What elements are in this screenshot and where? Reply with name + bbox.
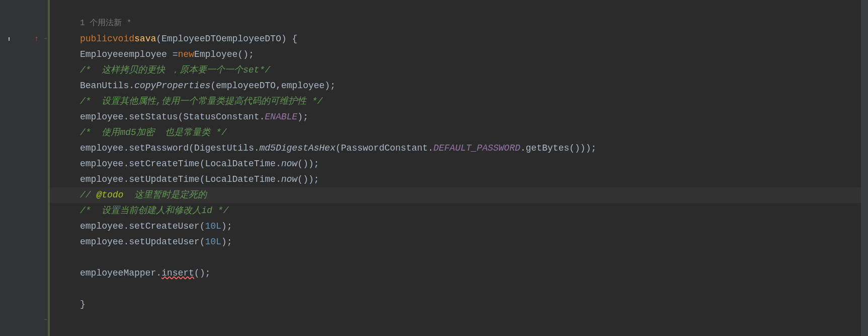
gutter-line — [0, 109, 48, 125]
obj-ref: employee — [80, 219, 123, 234]
usage-hint[interactable]: 1 个用法 — [80, 16, 114, 31]
dot: . — [129, 78, 134, 94]
stmt-end: (); — [194, 265, 210, 281]
var-type: Employee — [80, 47, 123, 62]
code-line[interactable]: /* 这样拷贝的更快 ，原本要一个一个set*/ — [50, 62, 861, 78]
gutter-line — [0, 141, 48, 156]
method-call: .setPassword( — [123, 141, 194, 156]
code-line[interactable]: /* 使用md5加密 也是常量类 */ — [50, 125, 861, 141]
code-line[interactable]: /* 设置其他属性,使用一个常量类提高代码的可维护性 */ — [50, 94, 861, 109]
constant-ref: ENABLE — [265, 109, 297, 125]
method-call: .setCreateUser( — [123, 219, 205, 234]
code-line[interactable]: employee.setUpdateTime(LocalDateTime.now… — [50, 172, 861, 187]
obj-ref: employee — [80, 156, 123, 172]
gutter-line — [0, 250, 48, 265]
class-ref: DigestUtils — [194, 141, 254, 156]
gutter-line — [0, 265, 48, 281]
stmt-end: ); — [221, 219, 232, 234]
dot: . — [276, 156, 281, 172]
gutter-line — [0, 297, 48, 312]
constant-ref: DEFAULT_PASSWORD — [433, 141, 520, 156]
fold-marker-icon[interactable]: − — [44, 31, 860, 47]
class-ref: LocalDateTime — [205, 172, 275, 187]
gutter-line — [0, 156, 48, 172]
class-ref: StatusConstant — [183, 109, 259, 125]
code-editor: ↑ 1 个用法 新 * public void sava(EmployeeDTO… — [0, 0, 868, 336]
static-method: copyProperties — [134, 78, 210, 94]
code-line[interactable]: employee.setStatus(StatusConstant.ENABLE… — [50, 109, 861, 125]
number-literal: 10L — [205, 234, 221, 250]
code-line[interactable]: employee.setCreateUser(10L); — [50, 219, 861, 234]
code-line[interactable] — [50, 250, 861, 265]
obj-ref: employee — [80, 109, 123, 125]
static-method: now — [281, 172, 297, 187]
code-line[interactable]: employee.setUpdateUser(10L); — [50, 234, 861, 250]
method-error: insert — [162, 265, 194, 281]
gutter-line — [0, 16, 48, 31]
code-line[interactable]: /* 设置当前创建人和修改人id */ — [50, 203, 861, 219]
gutter-line — [0, 47, 48, 62]
method-chain: .getBytes())); — [520, 141, 596, 156]
stmt-end: ()); — [297, 156, 319, 172]
gutter-line — [0, 219, 48, 234]
line-comment: // @todo 这里暂时是定死的 — [80, 187, 207, 203]
method-call: .setStatus( — [123, 109, 183, 125]
method-call: .setUpdateTime( — [123, 172, 205, 187]
dot: . — [254, 141, 260, 156]
arrow-up-icon: ↑ — [35, 31, 39, 47]
gutter-line — [0, 78, 48, 94]
gutter-line — [0, 187, 48, 203]
scrollbar[interactable] — [861, 0, 868, 336]
code-line[interactable]: employee.setPassword(DigestUtils.md5Dige… — [50, 141, 861, 156]
dot: . — [276, 172, 281, 187]
paren-open: ( — [336, 141, 341, 156]
code-line-current[interactable]: // @todo 这里暂时是定死的 — [50, 187, 861, 203]
block-comment: /* 设置其他属性,使用一个常量类提高代码的可维护性 */ — [80, 94, 323, 109]
code-line[interactable] — [50, 281, 861, 297]
gutter-line — [0, 94, 48, 109]
dot: . — [428, 141, 433, 156]
class-ref: LocalDateTime — [205, 156, 275, 172]
code-line[interactable]: employee.setCreateTime(LocalDateTime.now… — [50, 156, 861, 172]
code-line[interactable]: Employee employee =new Employee(); — [50, 47, 861, 62]
gutter-line — [0, 234, 48, 250]
gutter-line: ↑ — [0, 31, 48, 47]
stmt-end: ()); — [297, 172, 319, 187]
gutter-line — [0, 62, 48, 78]
new-hint[interactable]: 新 * — [114, 16, 131, 31]
obj-ref: employeeMapper — [80, 265, 156, 281]
dot: . — [259, 109, 265, 125]
code-area[interactable]: 1 个用法 新 * public void sava(EmployeeDTO e… — [48, 0, 861, 336]
gutter-line — [0, 281, 48, 297]
method-call: .setCreateTime( — [123, 156, 205, 172]
var-name: employee — [123, 47, 167, 62]
code-line[interactable] — [50, 0, 861, 16]
kw-new: new — [178, 47, 194, 62]
editor-gutter: ↑ — [0, 0, 48, 336]
gutter-line — [0, 125, 48, 141]
gutter-line — [0, 172, 48, 187]
class-ref: BeanUtils — [80, 78, 129, 94]
number-literal: 10L — [205, 219, 221, 234]
dot: . — [156, 265, 162, 281]
obj-ref: employee — [80, 141, 123, 156]
method-call: .setUpdateUser( — [123, 234, 205, 250]
stmt-end: ); — [297, 109, 308, 125]
static-method: md5DigestAsHex — [260, 141, 336, 156]
block-comment: /* 使用md5加密 也是常量类 */ — [80, 125, 227, 141]
inlay-hint-line[interactable]: 1 个用法 新 * — [50, 16, 861, 31]
args: (employeeDTO,employee); — [210, 78, 335, 94]
ctor: Employee — [194, 47, 238, 62]
obj-ref: employee — [80, 172, 123, 187]
code-line[interactable]: BeanUtils.copyProperties(employeeDTO,emp… — [50, 78, 861, 94]
class-ref: PasswordConstant — [341, 141, 428, 156]
code-line[interactable]: } — [50, 297, 861, 312]
stmt-end: ); — [221, 234, 232, 250]
code-line[interactable]: employeeMapper.insert(); — [50, 265, 861, 281]
eq: = — [167, 47, 178, 62]
static-method: now — [281, 156, 297, 172]
gutter-line — [0, 203, 48, 219]
brace-close: } — [80, 297, 86, 312]
fold-marker-icon[interactable]: − — [44, 312, 860, 328]
gutter-line — [0, 0, 48, 16]
